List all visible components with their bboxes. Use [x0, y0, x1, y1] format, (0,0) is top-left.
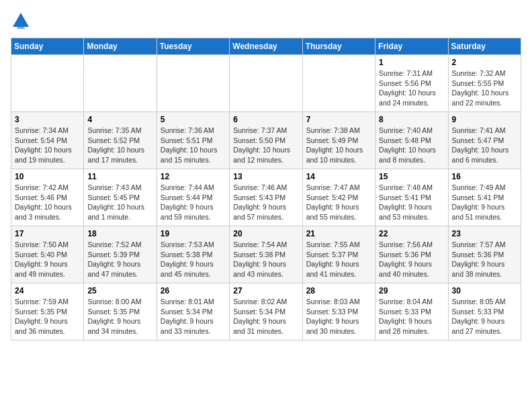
- calendar-cell: 28Sunrise: 8:03 AM Sunset: 5:33 PM Dayli…: [302, 283, 375, 340]
- week-row-2: 3Sunrise: 7:34 AM Sunset: 5:54 PM Daylig…: [11, 112, 521, 169]
- col-header-tuesday: Tuesday: [157, 38, 229, 55]
- day-number: 20: [233, 229, 298, 238]
- day-number: 28: [306, 286, 371, 295]
- day-info: Sunrise: 7:32 AM Sunset: 5:55 PM Dayligh…: [452, 68, 517, 108]
- day-number: 18: [87, 229, 152, 238]
- day-number: 17: [15, 229, 80, 238]
- week-row-4: 17Sunrise: 7:50 AM Sunset: 5:40 PM Dayli…: [11, 226, 521, 283]
- calendar-cell: 13Sunrise: 7:46 AM Sunset: 5:43 PM Dayli…: [230, 169, 302, 226]
- day-number: 21: [306, 229, 371, 238]
- calendar-cell: [157, 55, 229, 112]
- calendar-cell: 4Sunrise: 7:35 AM Sunset: 5:52 PM Daylig…: [84, 112, 157, 169]
- day-info: Sunrise: 8:05 AM Sunset: 5:33 PM Dayligh…: [452, 297, 517, 336]
- day-info: Sunrise: 7:56 AM Sunset: 5:36 PM Dayligh…: [379, 240, 444, 279]
- week-row-5: 24Sunrise: 7:59 AM Sunset: 5:35 PM Dayli…: [11, 283, 521, 340]
- day-number: 2: [452, 58, 517, 67]
- calendar-cell: 12Sunrise: 7:44 AM Sunset: 5:44 PM Dayli…: [157, 169, 229, 226]
- day-info: Sunrise: 7:40 AM Sunset: 5:48 PM Dayligh…: [379, 126, 444, 165]
- day-info: Sunrise: 7:49 AM Sunset: 5:41 PM Dayligh…: [452, 183, 517, 222]
- day-info: Sunrise: 7:35 AM Sunset: 5:52 PM Dayligh…: [87, 126, 152, 165]
- col-header-wednesday: Wednesday: [230, 38, 302, 55]
- day-info: Sunrise: 7:50 AM Sunset: 5:40 PM Dayligh…: [15, 240, 80, 279]
- day-info: Sunrise: 7:37 AM Sunset: 5:50 PM Dayligh…: [233, 126, 298, 165]
- calendar-cell: 24Sunrise: 7:59 AM Sunset: 5:35 PM Dayli…: [11, 283, 84, 340]
- calendar-cell: 25Sunrise: 8:00 AM Sunset: 5:35 PM Dayli…: [84, 283, 157, 340]
- calendar-cell: 9Sunrise: 7:41 AM Sunset: 5:47 PM Daylig…: [448, 112, 521, 169]
- day-number: 25: [87, 286, 152, 295]
- day-number: 22: [379, 229, 444, 238]
- day-number: 4: [87, 115, 152, 124]
- day-number: 3: [15, 115, 80, 124]
- calendar-cell: 15Sunrise: 7:48 AM Sunset: 5:41 PM Dayli…: [375, 169, 448, 226]
- calendar-cell: 30Sunrise: 8:05 AM Sunset: 5:33 PM Dayli…: [448, 283, 521, 340]
- day-info: Sunrise: 8:00 AM Sunset: 5:35 PM Dayligh…: [87, 297, 152, 336]
- day-number: 7: [306, 115, 371, 124]
- day-info: Sunrise: 7:52 AM Sunset: 5:39 PM Dayligh…: [87, 240, 152, 279]
- day-number: 9: [452, 115, 517, 124]
- day-info: Sunrise: 7:34 AM Sunset: 5:54 PM Dayligh…: [15, 126, 80, 165]
- calendar-cell: 7Sunrise: 7:38 AM Sunset: 5:49 PM Daylig…: [302, 112, 375, 169]
- day-number: 23: [452, 229, 517, 238]
- day-number: 13: [233, 172, 298, 181]
- calendar-cell: 17Sunrise: 7:50 AM Sunset: 5:40 PM Dayli…: [11, 226, 84, 283]
- calendar-cell: 20Sunrise: 7:54 AM Sunset: 5:38 PM Dayli…: [230, 226, 302, 283]
- day-info: Sunrise: 7:36 AM Sunset: 5:51 PM Dayligh…: [161, 126, 226, 165]
- col-header-thursday: Thursday: [302, 38, 375, 55]
- day-number: 6: [233, 115, 298, 124]
- week-row-3: 10Sunrise: 7:42 AM Sunset: 5:46 PM Dayli…: [11, 169, 521, 226]
- calendar-cell: 19Sunrise: 7:53 AM Sunset: 5:38 PM Dayli…: [157, 226, 229, 283]
- col-header-friday: Friday: [375, 38, 448, 55]
- day-info: Sunrise: 7:57 AM Sunset: 5:36 PM Dayligh…: [452, 240, 517, 279]
- day-info: Sunrise: 7:43 AM Sunset: 5:45 PM Dayligh…: [87, 183, 152, 222]
- day-number: 8: [379, 115, 444, 124]
- calendar-cell: 29Sunrise: 8:04 AM Sunset: 5:33 PM Dayli…: [375, 283, 448, 340]
- day-number: 19: [161, 229, 226, 238]
- day-info: Sunrise: 7:41 AM Sunset: 5:47 PM Dayligh…: [452, 126, 517, 165]
- calendar-cell: 1Sunrise: 7:31 AM Sunset: 5:56 PM Daylig…: [375, 55, 448, 112]
- day-number: 26: [161, 286, 226, 295]
- day-info: Sunrise: 8:04 AM Sunset: 5:33 PM Dayligh…: [379, 297, 444, 336]
- day-info: Sunrise: 7:31 AM Sunset: 5:56 PM Dayligh…: [379, 68, 444, 108]
- week-row-1: 1Sunrise: 7:31 AM Sunset: 5:56 PM Daylig…: [11, 55, 521, 112]
- col-header-monday: Monday: [84, 38, 157, 55]
- day-info: Sunrise: 7:59 AM Sunset: 5:35 PM Dayligh…: [15, 297, 80, 336]
- day-number: 30: [452, 286, 517, 295]
- day-number: 1: [379, 58, 444, 67]
- day-info: Sunrise: 8:02 AM Sunset: 5:34 PM Dayligh…: [233, 297, 298, 336]
- calendar-cell: [11, 55, 84, 112]
- header-row: SundayMondayTuesdayWednesdayThursdayFrid…: [11, 38, 521, 55]
- calendar-cell: 3Sunrise: 7:34 AM Sunset: 5:54 PM Daylig…: [11, 112, 84, 169]
- col-header-saturday: Saturday: [448, 38, 521, 55]
- logo-icon: [11, 11, 31, 31]
- calendar-cell: [230, 55, 302, 112]
- day-number: 14: [306, 172, 371, 181]
- calendar-cell: 16Sunrise: 7:49 AM Sunset: 5:41 PM Dayli…: [448, 169, 521, 226]
- calendar-cell: 2Sunrise: 7:32 AM Sunset: 5:55 PM Daylig…: [448, 55, 521, 112]
- day-number: 27: [233, 286, 298, 295]
- logo: [11, 11, 34, 31]
- day-info: Sunrise: 7:47 AM Sunset: 5:42 PM Dayligh…: [306, 183, 371, 222]
- calendar-cell: 23Sunrise: 7:57 AM Sunset: 5:36 PM Dayli…: [448, 226, 521, 283]
- page-header: [11, 11, 521, 31]
- day-number: 16: [452, 172, 517, 181]
- day-info: Sunrise: 7:42 AM Sunset: 5:46 PM Dayligh…: [15, 183, 80, 222]
- day-number: 12: [161, 172, 226, 181]
- calendar-cell: 26Sunrise: 8:01 AM Sunset: 5:34 PM Dayli…: [157, 283, 229, 340]
- day-number: 24: [15, 286, 80, 295]
- calendar-cell: 5Sunrise: 7:36 AM Sunset: 5:51 PM Daylig…: [157, 112, 229, 169]
- calendar-cell: 21Sunrise: 7:55 AM Sunset: 5:37 PM Dayli…: [302, 226, 375, 283]
- day-info: Sunrise: 7:38 AM Sunset: 5:49 PM Dayligh…: [306, 126, 371, 165]
- calendar-cell: 6Sunrise: 7:37 AM Sunset: 5:50 PM Daylig…: [230, 112, 302, 169]
- calendar-cell: [302, 55, 375, 112]
- calendar-cell: 14Sunrise: 7:47 AM Sunset: 5:42 PM Dayli…: [302, 169, 375, 226]
- day-info: Sunrise: 7:54 AM Sunset: 5:38 PM Dayligh…: [233, 240, 298, 279]
- calendar-cell: 22Sunrise: 7:56 AM Sunset: 5:36 PM Dayli…: [375, 226, 448, 283]
- day-info: Sunrise: 7:48 AM Sunset: 5:41 PM Dayligh…: [379, 183, 444, 222]
- calendar-cell: [84, 55, 157, 112]
- day-info: Sunrise: 7:53 AM Sunset: 5:38 PM Dayligh…: [161, 240, 226, 279]
- calendar-table: SundayMondayTuesdayWednesdayThursdayFrid…: [11, 38, 521, 340]
- day-number: 5: [161, 115, 226, 124]
- day-info: Sunrise: 8:03 AM Sunset: 5:33 PM Dayligh…: [306, 297, 371, 336]
- day-info: Sunrise: 7:55 AM Sunset: 5:37 PM Dayligh…: [306, 240, 371, 279]
- calendar-cell: 27Sunrise: 8:02 AM Sunset: 5:34 PM Dayli…: [230, 283, 302, 340]
